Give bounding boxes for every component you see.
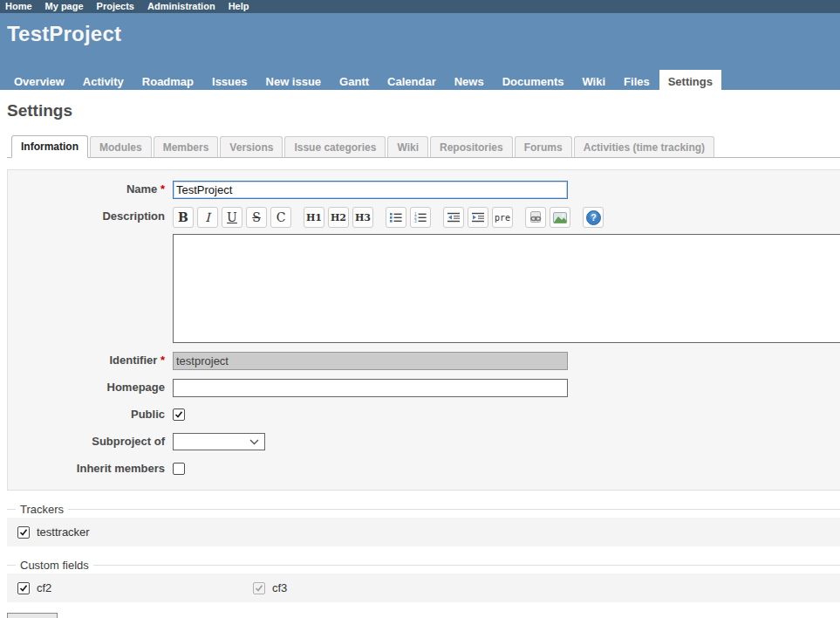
identifier-label-text: Identifier	[109, 354, 157, 367]
subtab-versions[interactable]: Versions	[220, 136, 283, 158]
subtab-issue-categories[interactable]: Issue categories	[284, 136, 386, 158]
top-menu-projects[interactable]: Projects	[97, 0, 134, 13]
app-header: TestProject	[0, 13, 840, 70]
tab-roadmap[interactable]: Roadmap	[133, 70, 202, 90]
indent-button[interactable]	[468, 207, 488, 228]
unordered-list-button[interactable]	[386, 207, 406, 228]
tab-gantt[interactable]: Gantt	[331, 70, 378, 90]
ordered-list-icon: 1 2 3	[414, 212, 427, 223]
chevron-down-icon	[249, 439, 259, 445]
tab-activity[interactable]: Activity	[74, 70, 133, 90]
subtab-repositories[interactable]: Repositories	[430, 136, 513, 158]
subproject-label: Subproject of	[8, 432, 173, 451]
identifier-row: Identifier *	[8, 351, 840, 370]
inherit-members-row: Inherit members	[8, 459, 840, 478]
tab-issues[interactable]: Issues	[203, 70, 256, 90]
homepage-row: Homepage	[8, 378, 840, 397]
project-title: TestProject	[7, 22, 840, 46]
ordered-list-button[interactable]: 1 2 3	[410, 207, 431, 228]
main-content: Settings Information Modules Members Ver…	[0, 90, 840, 618]
public-checkbox[interactable]	[173, 409, 185, 421]
subtab-forums[interactable]: Forums	[515, 136, 572, 158]
help-button[interactable]: ?	[583, 207, 604, 228]
page-title: Settings	[7, 101, 840, 120]
project-form-box: Name * Description B I U S C H1 H2	[7, 169, 840, 491]
tab-documents[interactable]: Documents	[494, 70, 573, 90]
description-toolbar: B I U S C H1 H2 H3	[173, 207, 840, 228]
cf3-checkbox	[253, 582, 265, 594]
tab-overview[interactable]: Overview	[5, 70, 73, 90]
inherit-members-label: Inherit members	[8, 459, 173, 478]
save-button[interactable]: Save	[7, 613, 58, 618]
heading2-button[interactable]: H2	[328, 207, 349, 228]
subtab-activities[interactable]: Activities (time tracking)	[574, 136, 714, 158]
tab-new-issue[interactable]: New issue	[257, 70, 331, 90]
check-icon	[174, 410, 183, 419]
underline-button[interactable]: U	[222, 207, 242, 228]
custom-field-item: cf2	[17, 581, 253, 594]
main-menu: Overview Activity Roadmap Issues New iss…	[0, 70, 840, 90]
top-menu: Home My page Projects Administration Hel…	[0, 0, 840, 13]
code-button[interactable]: C	[270, 207, 291, 228]
trackers-legend: Trackers	[16, 503, 68, 516]
link-icon	[529, 211, 543, 223]
name-label: Name *	[8, 180, 173, 199]
top-menu-home[interactable]: Home	[5, 0, 32, 13]
unordered-list-icon	[390, 212, 402, 223]
svg-text:3: 3	[414, 219, 417, 223]
trackers-fieldset: Trackers testtracker	[7, 509, 840, 546]
outdent-button[interactable]	[443, 207, 464, 228]
help-icon: ?	[586, 210, 601, 225]
image-icon	[553, 212, 567, 223]
tab-wiki[interactable]: Wiki	[573, 70, 614, 90]
name-row: Name *	[8, 180, 840, 199]
indent-icon	[472, 212, 484, 223]
tab-settings[interactable]: Settings	[659, 70, 721, 90]
testtracker-label: testtracker	[37, 525, 90, 539]
outdent-icon	[447, 212, 460, 223]
redmine-project-settings-page: Home My page Projects Administration Hel…	[0, 0, 840, 618]
subtab-information[interactable]: Information	[11, 135, 88, 158]
tab-calendar[interactable]: Calendar	[379, 70, 445, 90]
description-textarea[interactable]	[173, 234, 840, 343]
top-menu-my-page[interactable]: My page	[45, 0, 84, 13]
heading3-button[interactable]: H3	[352, 207, 373, 228]
strikethrough-button[interactable]: S	[246, 207, 267, 228]
tab-files[interactable]: Files	[615, 70, 659, 90]
testtracker-checkbox[interactable]	[17, 526, 30, 539]
italic-button[interactable]: I	[197, 207, 218, 228]
tab-news[interactable]: News	[446, 70, 493, 90]
homepage-input[interactable]	[173, 379, 568, 397]
subtab-modules[interactable]: Modules	[90, 136, 152, 158]
link-button[interactable]	[525, 207, 546, 228]
cf2-label: cf2	[37, 581, 51, 594]
subproject-select[interactable]	[173, 433, 265, 450]
cf2-checkbox[interactable]	[17, 582, 30, 594]
subtab-members[interactable]: Members	[154, 136, 219, 158]
cf3-label: cf3	[272, 581, 287, 594]
check-icon	[19, 584, 28, 593]
tracker-item: testtracker	[17, 525, 253, 539]
bold-button[interactable]: B	[173, 207, 194, 228]
identifier-input	[173, 352, 568, 370]
check-icon	[255, 584, 263, 593]
check-icon	[19, 528, 28, 537]
image-button[interactable]	[550, 207, 570, 228]
settings-subtabs: Information Modules Members Versions Iss…	[7, 135, 840, 158]
top-menu-help[interactable]: Help	[229, 0, 249, 13]
custom-field-item: cf3	[253, 581, 488, 594]
heading1-button[interactable]: H1	[304, 207, 324, 228]
public-label: Public	[8, 405, 173, 424]
public-row: Public	[8, 405, 840, 424]
subproject-row: Subproject of	[8, 432, 840, 451]
name-input[interactable]	[173, 181, 568, 199]
subtab-wiki[interactable]: Wiki	[387, 136, 428, 158]
identifier-label: Identifier *	[8, 351, 173, 370]
preformatted-button[interactable]: pre	[492, 207, 513, 228]
description-label: Description	[8, 207, 173, 226]
description-row: Description B I U S C H1 H2 H3	[8, 207, 840, 343]
homepage-label: Homepage	[8, 378, 173, 397]
top-menu-administration[interactable]: Administration	[147, 0, 215, 13]
custom-fields-legend: Custom fields	[16, 559, 93, 572]
inherit-members-checkbox[interactable]	[173, 463, 185, 475]
